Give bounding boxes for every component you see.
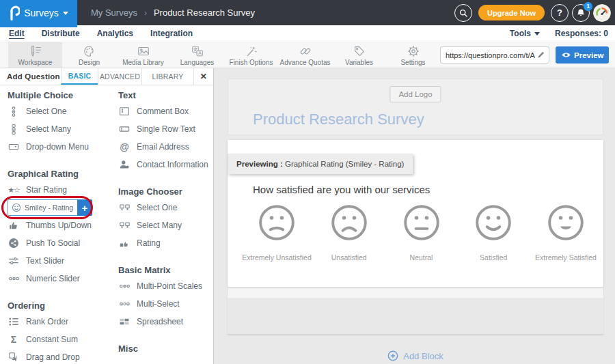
- question-type-single-row-text[interactable]: Single Row Text: [118, 120, 213, 138]
- question-type-contact-information[interactable]: Contact Information: [118, 156, 213, 173]
- smiley-row: Extremely UnsatisfiedUnsatisfiedNeutralS…: [228, 204, 603, 262]
- settings-icon: [407, 44, 420, 58]
- sidebar-column-1: Multiple ChoiceSelect OneSelect ManyDrop…: [8, 88, 109, 364]
- tab-analytics[interactable]: Analytics: [97, 29, 133, 38]
- star-rating-icon: ★☆: [8, 186, 20, 194]
- add-logo-button[interactable]: Add Logo: [390, 86, 441, 102]
- finish-options-icon: [245, 44, 258, 58]
- question-type-star-rating[interactable]: ★☆Star Rating: [8, 181, 109, 199]
- spreadsheet-icon: [118, 316, 131, 327]
- section-title: Graphical Rating: [8, 169, 109, 179]
- upgrade-now-button[interactable]: Upgrade Now: [478, 5, 545, 20]
- survey-url-field: [440, 46, 549, 64]
- question-type-smiley-rating[interactable]: Smiley - Rating+: [8, 199, 92, 216]
- smiley-option-extremely-unsatisfied[interactable]: Extremely Unsatisfied: [241, 204, 312, 262]
- question-type-comment-box[interactable]: Comment Box: [118, 102, 213, 120]
- sidebar-tab-library[interactable]: LIBRARY: [141, 68, 193, 85]
- brand-label: Surveys: [24, 8, 59, 18]
- close-panel-button[interactable]: ✕: [193, 68, 213, 85]
- toolbar-item-variables[interactable]: Variables: [332, 42, 386, 68]
- question-type-text-slider[interactable]: Text Slider: [8, 252, 109, 270]
- question-type-select-many[interactable]: Select Many: [8, 120, 109, 138]
- tools-menu[interactable]: Tools: [510, 29, 540, 38]
- toolbar-item-advance-quotas[interactable]: Advance Quotas: [278, 42, 332, 68]
- question-type-spreadsheet[interactable]: Spreadsheet: [118, 313, 213, 331]
- survey-url-input[interactable]: [446, 51, 536, 59]
- tab-distribute[interactable]: Distribute: [42, 29, 80, 38]
- tab-edit[interactable]: Edit: [9, 29, 25, 38]
- toolbar-item-design[interactable]: Design: [62, 42, 116, 68]
- section-title: Image Chooser: [118, 186, 213, 197]
- help-button[interactable]: ?: [551, 4, 569, 22]
- sidebar-tab-advanced[interactable]: ADVANCED: [98, 68, 141, 85]
- numeric-slider-icon: [8, 273, 20, 284]
- main-content: Add QuestionBASICADVANCEDLIBRARY✕ Multip…: [0, 68, 615, 364]
- smiley-option-unsatisfied[interactable]: Unsatisfied: [314, 204, 385, 262]
- languages-icon: A: [191, 44, 204, 58]
- breadcrumb-my-surveys[interactable]: My Surveys: [91, 8, 137, 18]
- toolbar-item-finish-options[interactable]: Finish Options: [224, 42, 278, 68]
- topbar-actions: Upgrade Now ? 1: [454, 0, 615, 25]
- edit-url-pencil-icon[interactable]: [536, 51, 545, 59]
- question-type-numeric-slider[interactable]: Numeric Slider: [8, 270, 109, 288]
- add-question-panel: Add QuestionBASICADVANCEDLIBRARY✕ Multip…: [0, 68, 214, 364]
- question-type-select-one[interactable]: Select One: [118, 199, 213, 216]
- svg-text:A: A: [198, 50, 202, 56]
- question-text: How satisfied are you with our services: [253, 184, 603, 195]
- survey-canvas: Add Logo Product Research Survey Preview…: [214, 68, 615, 364]
- question-type-select-one[interactable]: Select One: [8, 102, 109, 120]
- sidebar-section-misc: Misc: [118, 344, 213, 354]
- question-type-drag-and-drop[interactable]: Drag and Drop: [8, 348, 109, 364]
- multi-select-icon: [118, 298, 131, 309]
- survey-header-block: Add Logo Product Research Survey: [228, 79, 603, 135]
- question-type-email-address[interactable]: @Email Address: [118, 138, 213, 156]
- question-type-thumbs-up-down[interactable]: Thumbs Up/Down: [8, 216, 109, 234]
- smiley-icon: [12, 203, 21, 212]
- text-slider-icon: [8, 255, 20, 266]
- dropdown-icon: [8, 141, 20, 152]
- survey-title[interactable]: Product Research Survey: [253, 111, 424, 128]
- share-icon: [8, 238, 20, 249]
- question-type-push-to-social[interactable]: Push To Social: [8, 234, 109, 252]
- toolbar-item-workspace[interactable]: Workspace: [8, 42, 62, 68]
- sidebar-section-text: TextComment BoxSingle Row Text@Email Add…: [118, 90, 213, 173]
- smiley-option-neutral[interactable]: Neutral: [386, 204, 457, 262]
- question-type-rating[interactable]: Rating: [118, 234, 213, 252]
- radio-stack-icon: [8, 106, 20, 117]
- smiley-face-smile-big-icon: [547, 204, 585, 242]
- notifications-button[interactable]: 1: [572, 4, 590, 22]
- smiley-option-satisfied[interactable]: Satisfied: [458, 204, 529, 262]
- section-title: Text: [118, 90, 213, 100]
- sidebar-section-image-chooser: Image ChooserSelect OneSelect ManyRating: [118, 186, 213, 252]
- brand-menu[interactable]: Surveys: [0, 0, 77, 25]
- image-select-icon: [118, 202, 131, 213]
- sidebar-tabs: Add QuestionBASICADVANCEDLIBRARY✕: [0, 68, 213, 85]
- search-button[interactable]: [454, 4, 472, 22]
- sidebar-section-ordering: OrderingRank OrderΣConstant SumDrag and …: [8, 300, 109, 364]
- add-block-button[interactable]: Add Block: [228, 350, 603, 361]
- question-type-multi-point-scales[interactable]: Multi-Point Scales: [118, 277, 213, 295]
- thumbs-icon: [8, 220, 20, 231]
- sidebar-section-graphical-rating: Graphical Rating★☆Star RatingSmiley - Ra…: [8, 169, 109, 288]
- checkbox-stack-icon: [8, 124, 20, 135]
- toolbar-item-settings[interactable]: Settings: [386, 42, 440, 68]
- toolbar-item-languages[interactable]: ALanguages: [170, 42, 224, 68]
- toolbar-item-media-library[interactable]: Media Library: [116, 42, 170, 68]
- sidebar-tab-add-question[interactable]: Add Question: [0, 68, 61, 85]
- question-type-rank-order[interactable]: Rank Order: [8, 313, 109, 331]
- user-avatar[interactable]: [593, 4, 611, 22]
- sidebar-tab-basic[interactable]: BASIC: [61, 68, 98, 85]
- advance-quotas-icon: [299, 44, 312, 58]
- question-type-multi-select[interactable]: Multi-Select: [118, 295, 213, 313]
- smiley-option-extremely-satisfied[interactable]: Extremely Satisfied: [530, 204, 601, 262]
- add-question-button[interactable]: +: [77, 199, 92, 216]
- preview-button[interactable]: Preview: [556, 46, 609, 64]
- question-type-select-many[interactable]: Select Many: [118, 216, 213, 234]
- tab-integration[interactable]: Integration: [150, 29, 193, 38]
- question-type-drop-down-menu[interactable]: Drop-down Menu: [8, 138, 109, 156]
- comment-box-icon: [118, 106, 131, 117]
- question-preview-card: Previewing : Graphical Rating (Smiley - …: [228, 140, 603, 287]
- question-type-constant-sum[interactable]: ΣConstant Sum: [8, 331, 109, 348]
- sigma-icon: Σ: [8, 335, 20, 344]
- questionpro-logo-icon: [9, 5, 20, 20]
